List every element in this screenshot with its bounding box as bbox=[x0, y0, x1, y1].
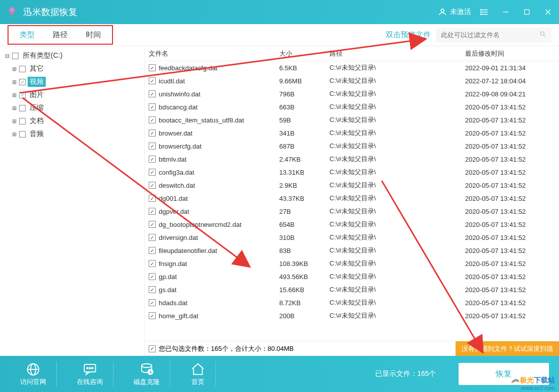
tree-checkbox[interactable] bbox=[19, 79, 26, 85]
expander-icon[interactable]: ⊞ bbox=[11, 131, 17, 138]
filter-bar: 类型 路径 时间 双击预览文件 bbox=[0, 24, 559, 46]
preview-hint[interactable]: 双击预览文件 bbox=[386, 30, 431, 40]
file-row[interactable]: home_gift.dat 200B C:\#未知父目录\ 2020-05-07… bbox=[145, 309, 559, 322]
tree-root[interactable]: ⊟ 所有类型(C:) bbox=[0, 49, 144, 62]
col-path[interactable]: 路径 bbox=[329, 49, 465, 58]
file-row[interactable]: browser.dat 341B C:\#未知父目录\ 2020-05-07 1… bbox=[145, 126, 559, 140]
tree-item[interactable]: ⊞ 音频 bbox=[0, 127, 144, 141]
row-checkbox[interactable] bbox=[149, 195, 156, 202]
file-name: hdads.dat bbox=[159, 299, 279, 307]
file-row[interactable]: hdads.dat 8.72KB C:\#未知父目录\ 2020-05-07 1… bbox=[145, 296, 559, 309]
row-checkbox[interactable] bbox=[149, 208, 156, 215]
tree-item[interactable]: ⊞ 图片 bbox=[0, 88, 144, 101]
col-name[interactable]: 文件名 bbox=[145, 49, 279, 58]
file-size: 310B bbox=[279, 234, 329, 241]
row-checkbox[interactable] bbox=[149, 299, 156, 306]
file-row[interactable]: bttmlv.dat 2.47KB C:\#未知父目录\ 2020-05-07 … bbox=[145, 153, 559, 166]
col-size[interactable]: 大小 bbox=[279, 49, 329, 58]
row-checkbox[interactable] bbox=[149, 129, 156, 137]
tree-checkbox[interactable] bbox=[12, 53, 19, 59]
row-checkbox[interactable] bbox=[149, 247, 156, 254]
search-box[interactable] bbox=[436, 28, 551, 43]
tree-checkbox[interactable] bbox=[19, 131, 26, 138]
tree-item[interactable]: ⊞ 其它 bbox=[0, 62, 144, 75]
expander-icon[interactable]: ⊞ bbox=[11, 118, 17, 124]
tree-item[interactable]: ⊞ 视频 bbox=[0, 75, 144, 88]
tree-checkbox[interactable] bbox=[19, 66, 26, 72]
deep-scan-button[interactable]: 没有扫描到文件？试试深度扫描 bbox=[456, 341, 559, 356]
row-checkbox[interactable] bbox=[149, 143, 156, 150]
svg-point-4 bbox=[481, 10, 482, 11]
row-checkbox[interactable] bbox=[149, 116, 156, 123]
expander-icon[interactable]: ⊞ bbox=[11, 79, 17, 85]
file-row[interactable]: browsercfg.dat 687B C:\#未知父目录\ 2020-05-0… bbox=[145, 140, 559, 153]
file-path: C:\#未知父目录\ bbox=[329, 272, 465, 281]
row-checkbox[interactable] bbox=[149, 169, 156, 176]
row-checkbox[interactable] bbox=[149, 156, 156, 163]
recover-button[interactable]: 恢复 bbox=[459, 363, 549, 385]
close-button[interactable] bbox=[542, 6, 554, 18]
file-row[interactable]: fileupdatenotifier.dat 83B C:\#未知父目录\ 20… bbox=[145, 244, 559, 257]
file-path: C:\#未知父目录\ bbox=[329, 115, 465, 124]
row-checkbox[interactable] bbox=[149, 234, 156, 241]
file-size: 2.9KB bbox=[279, 182, 329, 189]
file-row[interactable]: unishwinfo.dat 796B C:\#未知父目录\ 2022-09-0… bbox=[145, 87, 559, 100]
file-row[interactable]: gs.dat 15.66KB C:\#未知父目录\ 2020-05-07 13:… bbox=[145, 283, 559, 296]
file-row[interactable]: config3a.dat 13.31KB C:\#未知父目录\ 2020-05-… bbox=[145, 166, 559, 179]
row-checkbox[interactable] bbox=[149, 312, 156, 319]
menu-button[interactable] bbox=[479, 6, 491, 18]
tree-checkbox[interactable] bbox=[19, 92, 26, 98]
file-size: 796B bbox=[279, 90, 329, 98]
footer-website[interactable]: 访问官网 bbox=[10, 361, 57, 386]
disk-icon bbox=[139, 361, 154, 377]
search-input[interactable] bbox=[441, 31, 539, 39]
tab-type[interactable]: 类型 bbox=[11, 27, 44, 43]
file-name: dgpver.dat bbox=[159, 208, 279, 215]
file-row[interactable]: deswitch.dat 2.9KB C:\#未知父目录\ 2020-05-07… bbox=[145, 179, 559, 192]
footer-clone[interactable]: 磁盘克隆 bbox=[124, 361, 170, 386]
tab-path[interactable]: 路径 bbox=[44, 27, 77, 43]
file-row[interactable]: bdscancg.dat 663B C:\#未知父目录\ 2020-05-07 … bbox=[145, 100, 559, 113]
row-checkbox[interactable] bbox=[149, 90, 156, 97]
file-date: 2020-05-07 13:41:52 bbox=[465, 103, 559, 111]
file-row[interactable]: bootacc_item_status_utf8.dat 59B C:\#未知父… bbox=[145, 113, 559, 126]
footer-home[interactable]: 首页 bbox=[180, 361, 216, 386]
file-row[interactable]: dg001.dat 43.37KB C:\#未知父目录\ 2020-05-07 … bbox=[145, 192, 559, 205]
file-row[interactable]: feedbackdatacfg.dat 6.5KB C:\#未知父目录\ 202… bbox=[145, 61, 559, 74]
expander-icon[interactable]: ⊞ bbox=[11, 66, 17, 72]
file-name: config3a.dat bbox=[159, 169, 279, 176]
minimize-button[interactable] bbox=[500, 6, 512, 18]
file-row[interactable]: gp.dat 493.56KB C:\#未知父目录\ 2020-05-07 13… bbox=[145, 270, 559, 283]
tree-item[interactable]: ⊞ 压缩 bbox=[0, 101, 144, 114]
footer-chat[interactable]: 在线咨询 bbox=[67, 361, 114, 386]
col-date[interactable]: 最后修改时间 bbox=[465, 49, 559, 58]
expander-icon[interactable]: ⊟ bbox=[4, 53, 10, 59]
row-checkbox[interactable] bbox=[149, 273, 156, 280]
row-checkbox[interactable] bbox=[149, 221, 156, 228]
expander-icon[interactable]: ⊞ bbox=[11, 92, 17, 98]
row-checkbox[interactable] bbox=[149, 286, 156, 293]
user-status[interactable]: 未激活 bbox=[438, 8, 471, 17]
expander-icon[interactable]: ⊞ bbox=[11, 105, 17, 111]
row-checkbox[interactable] bbox=[149, 260, 156, 267]
file-row[interactable]: dg_bootoptoptnewrcmd2.dat 654B C:\#未知父目录… bbox=[145, 218, 559, 231]
tab-time[interactable]: 时间 bbox=[77, 27, 110, 43]
tree-checkbox[interactable] bbox=[19, 105, 26, 111]
row-checkbox[interactable] bbox=[149, 103, 156, 110]
select-all-checkbox[interactable] bbox=[149, 345, 156, 352]
file-date: 2020-05-07 13:41:52 bbox=[465, 260, 559, 268]
file-row[interactable]: icudtl.dat 9.66MB C:\#未知父目录\ 2022-07-12 … bbox=[145, 74, 559, 87]
file-row[interactable]: driversign.dat 310B C:\#未知父目录\ 2020-05-0… bbox=[145, 231, 559, 244]
tree-checkbox[interactable] bbox=[19, 118, 26, 124]
row-checkbox[interactable] bbox=[149, 77, 156, 84]
list-body[interactable]: feedbackdatacfg.dat 6.5KB C:\#未知父目录\ 202… bbox=[145, 61, 559, 341]
row-checkbox[interactable] bbox=[149, 182, 156, 189]
file-row[interactable]: fnsign.dat 108.39KB C:\#未知父目录\ 2020-05-0… bbox=[145, 257, 559, 270]
row-checkbox[interactable] bbox=[149, 64, 156, 71]
file-date: 2020-05-07 13:41:52 bbox=[465, 247, 559, 254]
file-date: 2020-05-07 13:41:52 bbox=[465, 156, 559, 163]
maximize-button[interactable] bbox=[521, 6, 533, 18]
tree-item[interactable]: ⊞ 文档 bbox=[0, 114, 144, 127]
file-row[interactable]: dgpver.dat 27B C:\#未知父目录\ 2020-05-07 13:… bbox=[145, 205, 559, 218]
tree-label: 音频 bbox=[28, 129, 46, 139]
